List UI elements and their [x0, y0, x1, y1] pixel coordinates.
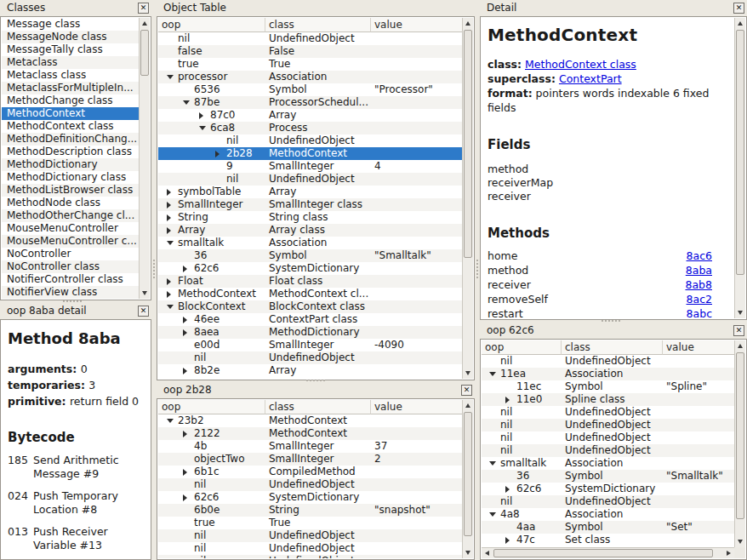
column-header-oop[interactable]: oop [158, 18, 265, 32]
table-row[interactable]: 6b1cCompiledMethod [158, 466, 462, 478]
table-row[interactable]: 6ca8Process [158, 122, 462, 134]
table-row[interactable]: SmallIntegerSmallInteger class [158, 198, 462, 211]
table-row[interactable]: FloatFloat class [158, 275, 462, 288]
table-row[interactable]: 87c0Array [158, 109, 462, 122]
scrollbar-thumb[interactable] [493, 549, 713, 557]
table-row[interactable]: 11ecSymbol"Spline" [482, 380, 734, 393]
oop-link[interactable]: 8ab8 [685, 277, 712, 292]
table-row[interactable]: nilUndefinedObject [482, 444, 734, 457]
table-row[interactable]: nilUndefinedObject [158, 529, 462, 542]
vertical-scrollbar[interactable] [462, 400, 473, 558]
class-list-item[interactable]: MethodNode class [2, 197, 139, 209]
scroll-up-icon[interactable] [735, 18, 745, 29]
table-row[interactable]: nilUndefinedObject [482, 495, 734, 508]
column-header-value[interactable]: value [371, 400, 473, 414]
table-row[interactable]: 4aaSymbol"Set" [482, 521, 734, 534]
splitter-handle[interactable] [306, 380, 325, 381]
table-row[interactable]: 36Symbol"Smalltalk" [482, 470, 734, 483]
table-row[interactable]: 23b2MethodContext [158, 414, 462, 427]
close-icon[interactable]: ✕ [138, 3, 149, 14]
table-row[interactable]: nilUndefinedObject [482, 406, 734, 419]
tree-expand-icon[interactable] [167, 275, 178, 288]
class-list-item[interactable]: MethodDictionary [2, 158, 139, 171]
tree-collapse-icon[interactable] [489, 457, 500, 470]
close-icon[interactable]: ✕ [138, 306, 149, 317]
column-header-oop[interactable]: oop [158, 400, 265, 414]
table-row[interactable]: BlockContextBlockContext class [158, 300, 462, 313]
oop-link[interactable]: 8ac2 [687, 292, 712, 306]
class-list-item[interactable]: MethodDescription class [2, 146, 139, 158]
tree-expand-icon[interactable] [183, 491, 194, 504]
table-row[interactable]: 2122MethodContext [158, 427, 462, 440]
tree-expand-icon[interactable] [183, 427, 194, 440]
scrollbar-thumb[interactable] [464, 30, 472, 258]
scroll-up-icon[interactable] [735, 340, 745, 351]
tree-collapse-icon[interactable] [183, 96, 194, 109]
scroll-down-icon[interactable] [735, 307, 745, 318]
close-icon[interactable]: ✕ [461, 385, 472, 396]
tree-expand-icon[interactable] [167, 288, 178, 300]
tree-collapse-icon[interactable] [199, 122, 210, 134]
class-list-item[interactable]: MethodContext [2, 107, 139, 120]
table-row[interactable]: nilUndefinedObject [158, 555, 462, 558]
table-row[interactable]: 11e0Spline class [482, 393, 734, 406]
table-row[interactable]: nilUndefinedObject [158, 351, 462, 364]
class-list-item[interactable]: MethodDictionary class [2, 171, 139, 184]
table-row[interactable]: nilUndefinedObject [158, 478, 462, 491]
superclass-link[interactable]: ContextPart [559, 72, 622, 85]
class-list-item[interactable]: MethodListBrowser class [2, 184, 139, 197]
table-row[interactable]: StringString class [158, 211, 462, 224]
class-list-item[interactable]: MessageNode class [2, 31, 139, 43]
column-header-oop[interactable]: oop [482, 340, 562, 355]
oop-link[interactable]: 8aba [686, 263, 712, 277]
table-row[interactable]: nilUndefinedObject [158, 542, 462, 555]
table-row[interactable]: processorAssociation [158, 71, 462, 83]
table-row[interactable]: 8aeaMethodDictionary [158, 326, 462, 339]
column-header-class[interactable]: class [265, 400, 371, 414]
class-link[interactable]: MethodContext class [525, 58, 636, 71]
table-row[interactable]: nilUndefinedObject [482, 431, 734, 444]
splitter-handle[interactable] [63, 300, 82, 302]
table-row[interactable]: e00dSmallInteger-4090 [158, 339, 462, 351]
scroll-down-icon[interactable] [735, 536, 745, 547]
table-row[interactable]: smalltalkAssociation [482, 457, 734, 470]
scroll-up-icon[interactable] [463, 18, 473, 29]
tree-expand-icon[interactable] [183, 364, 194, 377]
column-header-class[interactable]: class [562, 340, 663, 355]
tree-expand-icon[interactable] [183, 326, 194, 339]
class-list-item[interactable]: MethodOtherChange cl... [2, 209, 139, 222]
scrollbar-thumb[interactable] [736, 352, 744, 519]
column-header-class[interactable]: class [265, 18, 371, 32]
table-row[interactable]: ArrayArray class [158, 224, 462, 237]
table-row[interactable]: 11eaAssociation [482, 368, 734, 380]
table-row[interactable]: 8b2eArray [158, 364, 462, 377]
table-row[interactable]: 4bSmallInteger37 [158, 440, 462, 453]
scroll-right-icon[interactable] [723, 548, 734, 558]
scrollbar-thumb[interactable] [140, 30, 149, 76]
table-row[interactable]: 4a8Association [482, 508, 734, 521]
scrollbar-thumb[interactable] [464, 412, 472, 536]
table-row[interactable]: trueTrue [158, 58, 462, 71]
splitter-handle[interactable] [602, 320, 620, 322]
tree-expand-icon[interactable] [199, 109, 210, 122]
splitter-handle[interactable] [153, 260, 155, 278]
close-icon[interactable]: ✕ [733, 325, 744, 336]
table-row[interactable]: nilUndefinedObject [482, 419, 734, 431]
class-list-item[interactable]: MouseMenuController [2, 222, 139, 235]
tree-expand-icon[interactable] [215, 147, 226, 160]
vertical-scrollbar[interactable] [139, 18, 150, 299]
table-row[interactable]: 6b0eString"snapshot" [158, 504, 462, 517]
tree-collapse-icon[interactable] [167, 71, 178, 83]
table-row[interactable]: 9SmallInteger4 [158, 160, 462, 173]
vertical-scrollbar[interactable] [462, 18, 473, 379]
tree-expand-icon[interactable] [167, 211, 178, 224]
table-row[interactable]: falseFalse [158, 45, 462, 58]
scroll-down-icon[interactable] [140, 288, 150, 299]
column-header-value[interactable]: value [663, 340, 745, 355]
horizontal-scrollbar[interactable] [482, 547, 734, 558]
tree-collapse-icon[interactable] [167, 300, 178, 313]
tree-expand-icon[interactable] [167, 224, 178, 237]
tree-collapse-icon[interactable] [489, 508, 500, 521]
scroll-up-icon[interactable] [140, 18, 150, 29]
tree-expand-icon[interactable] [505, 483, 516, 495]
